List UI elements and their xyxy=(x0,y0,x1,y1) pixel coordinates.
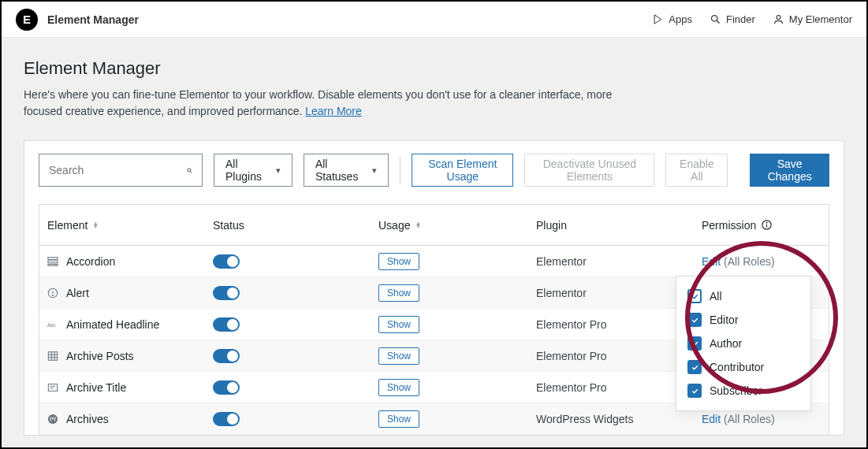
widget-icon xyxy=(47,256,58,267)
checkbox-icon xyxy=(687,289,702,303)
element-name: Accordion xyxy=(66,255,115,268)
apps-label: Apps xyxy=(669,13,692,25)
element-cell: Alert xyxy=(47,287,213,299)
page-content: Element Manager Here's where you can fin… xyxy=(2,38,866,436)
role-option[interactable]: Editor xyxy=(686,308,801,332)
svg-rect-9 xyxy=(48,261,58,263)
plugins-filter-label: All Plugins xyxy=(225,158,262,183)
chevron-down-icon: ▾ xyxy=(276,165,281,176)
show-usage-button[interactable]: Show xyxy=(378,379,419,396)
finder-link[interactable]: Finder xyxy=(710,13,755,25)
show-usage-button[interactable]: Show xyxy=(378,347,419,365)
learn-more-link[interactable]: Learn More xyxy=(305,105,362,117)
element-name: Alert xyxy=(66,287,89,299)
col-usage[interactable]: Usage▲▼ xyxy=(378,219,536,232)
status-cell xyxy=(213,254,378,269)
plugins-filter[interactable]: All Plugins ▾ xyxy=(214,154,292,187)
svg-text:Abc: Abc xyxy=(47,321,56,327)
element-cell: AbcAnimated Headline xyxy=(47,318,213,331)
status-toggle[interactable] xyxy=(213,317,240,332)
usage-cell: Show xyxy=(378,347,536,365)
col-element[interactable]: Element▲▼ xyxy=(47,219,213,232)
show-usage-button[interactable]: Show xyxy=(378,284,419,302)
my-account-label: My Elementor xyxy=(789,13,852,25)
show-usage-button[interactable]: Show xyxy=(378,316,419,333)
edit-permission-link[interactable]: Edit xyxy=(702,255,721,268)
col-permission: Permission xyxy=(702,219,821,232)
topbar-title: Element Manager xyxy=(47,13,139,26)
plugin-cell: WordPress Widgets xyxy=(536,413,702,425)
svg-rect-10 xyxy=(48,264,58,265)
divider xyxy=(400,156,400,184)
svg-point-2 xyxy=(777,16,780,20)
role-option[interactable]: Subscriber xyxy=(686,379,801,403)
widget-icon xyxy=(47,414,58,425)
svg-point-0 xyxy=(711,16,717,22)
enable-all-button: Enable All xyxy=(665,154,728,187)
permission-cell: Edit (All Roles) xyxy=(702,413,821,425)
user-icon xyxy=(773,13,784,25)
status-toggle[interactable] xyxy=(213,412,240,426)
show-usage-button[interactable]: Show xyxy=(378,410,419,428)
save-changes-button[interactable]: Save Changes xyxy=(750,154,829,187)
elementor-logo-icon: E xyxy=(16,9,38,31)
plugin-cell: Elementor xyxy=(536,255,702,268)
roles-text: (All Roles) xyxy=(724,255,775,268)
table-header: Element▲▼ Status Usage▲▼ Plugin Permissi… xyxy=(39,205,829,246)
my-account-link[interactable]: My Elementor xyxy=(773,13,852,25)
elements-table: Element▲▼ Status Usage▲▼ Plugin Permissi… xyxy=(39,204,829,435)
widget-icon xyxy=(47,382,58,393)
usage-cell: Show xyxy=(378,253,536,270)
element-cell: Archive Posts xyxy=(47,350,213,362)
page-title: Element Manager xyxy=(24,58,844,79)
search-icon xyxy=(710,13,721,25)
svg-line-1 xyxy=(717,20,719,23)
status-filter[interactable]: All Statuses ▾ xyxy=(304,154,389,187)
role-option[interactable]: Contributor xyxy=(686,355,801,379)
edit-permission-link[interactable]: Edit xyxy=(702,413,721,425)
apps-link[interactable]: Apps xyxy=(652,13,692,25)
status-toggle[interactable] xyxy=(213,349,240,363)
element-cell: Archive Title xyxy=(47,381,213,394)
svg-line-4 xyxy=(190,171,192,173)
col-plugin: Plugin xyxy=(536,219,702,232)
col-status: Status xyxy=(213,219,378,232)
permission-cell: Edit (All Roles) xyxy=(702,255,821,268)
search-input[interactable] xyxy=(49,164,187,176)
roles-text: (All Roles) xyxy=(724,413,775,425)
permission-dropdown[interactable]: AllEditorAuthorContributorSubscriber xyxy=(676,276,811,411)
role-label: Subscriber xyxy=(710,384,762,397)
element-cell: Accordion xyxy=(47,255,213,268)
sort-icon: ▲▼ xyxy=(415,222,421,228)
usage-cell: Show xyxy=(378,316,536,333)
status-toggle[interactable] xyxy=(213,286,240,300)
svg-point-13 xyxy=(52,295,53,295)
show-usage-button[interactable]: Show xyxy=(378,253,419,270)
toolbar: All Plugins ▾ All Statuses ▾ Scan Elemen… xyxy=(39,154,829,187)
scan-usage-button[interactable]: Scan Element Usage xyxy=(412,154,513,187)
panel: All Plugins ▾ All Statuses ▾ Scan Elemen… xyxy=(24,140,844,436)
widget-icon: Abc xyxy=(47,319,58,330)
role-label: Author xyxy=(710,337,742,350)
status-cell xyxy=(213,380,378,395)
element-name: Archive Posts xyxy=(66,350,134,362)
usage-cell: Show xyxy=(378,379,536,396)
role-label: Contributor xyxy=(710,361,764,373)
widget-icon xyxy=(47,351,58,362)
role-option[interactable]: Author xyxy=(686,332,801,355)
svg-rect-8 xyxy=(48,257,58,259)
status-toggle[interactable] xyxy=(213,254,240,269)
svg-point-23 xyxy=(48,414,58,423)
info-icon[interactable] xyxy=(761,219,773,231)
search-box[interactable] xyxy=(39,154,203,187)
role-option[interactable]: All xyxy=(686,284,801,308)
usage-cell: Show xyxy=(378,410,536,428)
widget-icon xyxy=(47,288,58,299)
topbar: E Element Manager Apps Finder My Element… xyxy=(2,2,866,38)
status-toggle[interactable] xyxy=(213,380,240,395)
page-description: Here's where you can fine-tune Elementor… xyxy=(24,87,646,120)
checkbox-icon xyxy=(687,313,702,327)
checkbox-icon xyxy=(687,384,702,398)
deactivate-unused-button: Deactivate Unused Elements xyxy=(524,154,654,187)
checkbox-icon xyxy=(687,336,702,351)
